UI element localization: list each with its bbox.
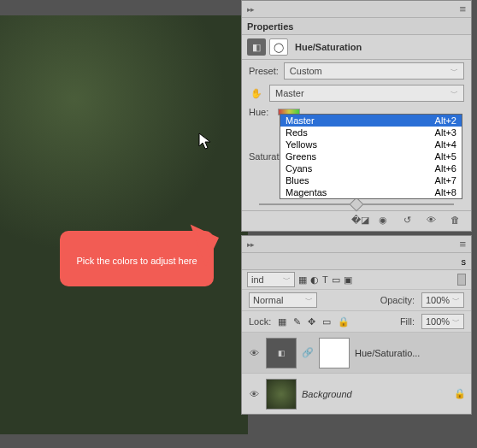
visibility-icon[interactable]: 👁 [423,215,439,226]
properties-panel: ▸▸ ≡ Properties ◧ ◯ Hue/Saturation Prese… [241,0,472,232]
filter-smart-icon[interactable]: ▣ [344,274,352,286]
layers-panel: ▸▸ ≡ s ind ﹀ ▦ ◐ T ▭ ▣ Normal ﹀ [241,235,472,415]
lock-artboard-icon[interactable]: ▭ [322,316,331,327]
color-range-select[interactable]: Master ﹀ [269,85,464,102]
panel-footer: �◪ ◉ ↺ 👁 🗑 [242,210,471,231]
view-previous-icon[interactable]: ◉ [375,215,391,226]
lock-all-icon[interactable]: 🔒 [338,316,350,327]
color-range-dropdown: MasterAlt+2RedsAlt+3YellowsAlt+4GreensAl… [280,114,462,199]
color-range-option[interactable]: YellowsAlt+4 [280,139,462,150]
fill-label: Fill: [400,316,415,327]
chevron-down-icon: ﹀ [452,295,460,306]
chevron-down-icon: ﹀ [305,295,313,306]
reset-icon[interactable]: ↺ [399,215,415,226]
lightness-slider[interactable] [259,203,454,205]
mask-thumb-icon[interactable] [319,338,350,368]
layers-tab-label: s [462,256,467,267]
mask-icon[interactable]: ◯ [269,38,288,56]
panel-menu-icon[interactable]: ≡ [459,3,466,15]
layer-thumb-icon[interactable] [266,379,297,410]
annotation-callout: Pick the colors to adjust here [60,231,214,286]
lock-row: Lock: ▦ ✎ ✥ ▭ 🔒 Fill: 100% ﹀ [242,310,471,332]
filter-kind-select[interactable]: ind ﹀ [247,272,295,287]
color-range-option[interactable]: BluesAlt+7 [280,174,462,186]
visibility-icon[interactable]: 👁 [247,348,261,358]
color-range-option[interactable]: CyansAlt+6 [280,162,462,174]
blend-row: Normal ﹀ Opacity: 100% ﹀ [242,289,471,310]
scrubby-hand-icon[interactable]: ✋ [249,85,264,101]
layer-row[interactable]: 👁 ◧ 🔗 Hue/Saturatio... [242,332,471,373]
collapse-icon[interactable]: ▸▸ [247,5,254,14]
color-range-option[interactable]: RedsAlt+3 [280,127,462,139]
layers-tab[interactable]: s [242,253,471,270]
color-range-value: Master [275,88,304,98]
filter-type-icon[interactable]: T [322,274,328,285]
preset-label: Preset: [249,66,279,76]
opacity-value: 100% [426,295,450,305]
link-icon[interactable]: 🔗 [302,347,314,358]
panel-title: Properties [247,21,293,32]
color-range-row: ✋ Master ﹀ [242,82,471,104]
preset-value: Custom [290,66,322,76]
layers-titlebar: ▸▸ ≡ [242,236,471,253]
visibility-icon[interactable]: 👁 [247,389,261,399]
opacity-label: Opacity: [380,295,415,305]
filter-adjust-icon[interactable]: ◐ [310,274,319,286]
color-range-option[interactable]: MagentasAlt+8 [280,186,462,198]
hue-label: Hue: [249,107,273,117]
fill-select[interactable]: 100% ﹀ [421,314,464,329]
layer-row[interactable]: 👁 Background 🔒 [242,373,471,414]
lock-label: Lock: [249,316,271,327]
slider-thumb-icon[interactable] [350,197,364,212]
lock-paint-icon[interactable]: ✎ [293,316,301,327]
chevron-down-icon: ﹀ [452,316,460,327]
clip-to-layer-icon[interactable]: �◪ [351,215,367,226]
trash-icon[interactable]: 🗑 [447,215,462,226]
chevron-down-icon: ﹀ [283,274,291,286]
filter-kind-value: ind [251,274,264,285]
blend-mode-value: Normal [253,295,283,305]
fill-value: 100% [426,316,450,327]
blend-mode-select[interactable]: Normal ﹀ [249,292,317,308]
panel-titlebar: ▸▸ ≡ [242,1,471,18]
filter-shape-icon[interactable]: ▭ [332,274,340,286]
layer-name[interactable]: Background [302,389,449,399]
adjustment-icon[interactable]: ◧ [247,38,266,56]
lock-icon[interactable]: 🔒 [454,388,466,399]
layer-filter-row: ind ﹀ ▦ ◐ T ▭ ▣ [242,270,471,289]
chevron-down-icon: ﹀ [450,88,458,99]
color-range-option[interactable]: GreensAlt+5 [280,150,462,162]
panel-tab[interactable]: Properties [242,18,471,35]
lock-pixels-icon[interactable]: ▦ [278,316,286,327]
preset-row: Preset: Custom ﹀ [242,60,471,82]
lock-position-icon[interactable]: ✥ [308,316,315,327]
adjustment-thumb-icon[interactable]: ◧ [266,338,297,368]
layer-name[interactable]: Hue/Saturatio... [355,348,466,358]
panel-menu-icon[interactable]: ≡ [459,238,466,251]
collapse-icon[interactable]: ▸▸ [247,240,254,249]
color-range-option[interactable]: MasterAlt+2 [280,115,462,127]
callout-text: Pick the colors to adjust here [76,256,197,266]
preset-select[interactable]: Custom ﹀ [284,62,464,80]
filter-toggle[interactable] [457,274,466,286]
filter-pixel-icon[interactable]: ▦ [298,274,307,286]
opacity-select[interactable]: 100% ﹀ [421,292,464,308]
adjustment-name: Hue/Saturation [295,42,362,52]
chevron-down-icon: ﹀ [450,66,458,77]
adjustment-header: ◧ ◯ Hue/Saturation [242,35,471,60]
